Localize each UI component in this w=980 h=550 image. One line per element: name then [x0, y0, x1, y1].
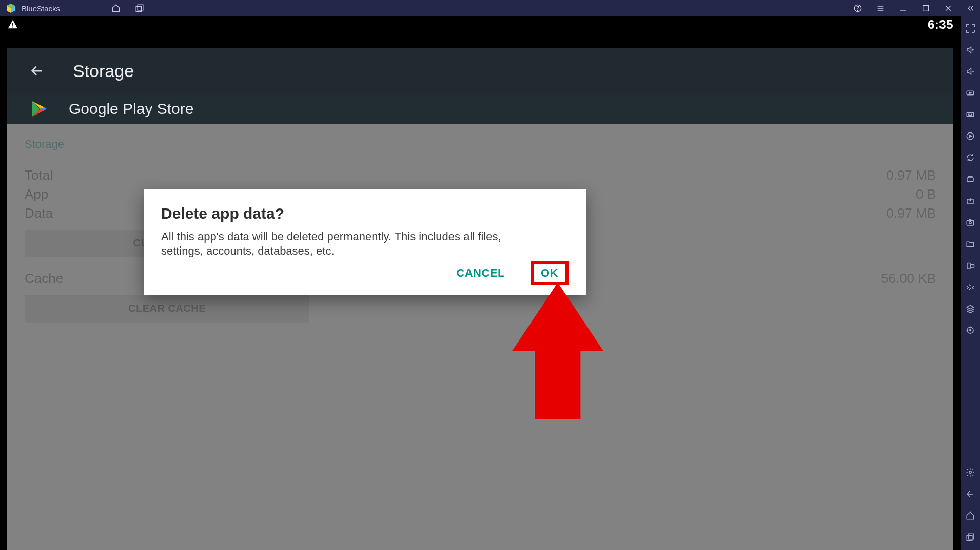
svg-rect-21	[967, 535, 972, 541]
macro-icon[interactable]	[965, 174, 976, 185]
app-window: BlueStacks 6:35	[0, 0, 980, 550]
svg-rect-6	[12, 27, 13, 28]
side-toolbar	[961, 16, 980, 550]
collapse-sidebar-icon[interactable]	[967, 4, 975, 12]
multi-instance-icon[interactable]	[135, 4, 144, 13]
shake-icon[interactable]	[965, 281, 976, 293]
bluestacks-logo-icon	[5, 3, 16, 14]
android-statusbar: 6:35	[7, 16, 953, 33]
svg-marker-7	[512, 282, 603, 419]
keyboard-icon[interactable]	[965, 109, 976, 120]
svg-rect-4	[923, 6, 929, 11]
svg-rect-20	[968, 534, 974, 539]
app-name: Google Play Store	[69, 100, 193, 118]
modal-scrim	[7, 124, 953, 550]
android-home-icon[interactable]	[965, 510, 976, 521]
layers-icon[interactable]	[965, 303, 976, 314]
fullscreen-icon[interactable]	[965, 23, 976, 34]
svg-rect-11	[967, 178, 973, 182]
annotation-arrow-icon	[512, 282, 603, 419]
screenshot-icon[interactable]	[965, 217, 976, 228]
android-viewport: 6:35 Storage Google Play Store	[0, 16, 961, 550]
media-folder-icon[interactable]	[965, 238, 976, 250]
svg-point-19	[969, 471, 972, 474]
help-icon[interactable]	[854, 4, 862, 12]
svg-point-14	[969, 222, 972, 224]
ok-button-annotation-box: OK	[531, 261, 569, 285]
svg-rect-16	[970, 265, 974, 268]
android-recents-icon[interactable]	[965, 532, 976, 543]
app-identity-row: Google Play Store	[7, 93, 953, 124]
volume-up-icon[interactable]	[965, 44, 976, 55]
warning-icon	[7, 19, 18, 30]
dialog-body: All this app's data will be deleted perm…	[161, 230, 541, 258]
settings-header: Storage	[7, 48, 953, 93]
keymapping-icon[interactable]	[965, 87, 976, 99]
titlebar: BlueStacks	[0, 0, 980, 16]
home-icon[interactable]	[111, 4, 121, 13]
svg-rect-1	[136, 6, 142, 12]
titlebar-product-name: BlueStacks	[22, 4, 60, 13]
page-title: Storage	[73, 61, 134, 81]
android-back-icon[interactable]	[965, 488, 976, 500]
svg-rect-0	[138, 5, 143, 10]
menu-icon[interactable]	[876, 4, 885, 12]
record-icon[interactable]	[965, 130, 976, 142]
volume-down-icon[interactable]	[965, 66, 976, 77]
back-icon[interactable]	[30, 64, 44, 78]
play-store-icon	[30, 100, 48, 118]
ok-button[interactable]: OK	[541, 267, 558, 279]
svg-rect-13	[967, 220, 974, 225]
cancel-button[interactable]: CANCEL	[451, 263, 510, 283]
install-apk-icon[interactable]	[965, 195, 976, 206]
statusbar-clock: 6:35	[928, 17, 953, 32]
svg-point-18	[970, 330, 971, 331]
gear-icon[interactable]	[965, 467, 976, 478]
svg-rect-15	[967, 263, 970, 269]
rotate-icon[interactable]	[965, 260, 976, 271]
svg-point-3	[857, 10, 858, 10]
svg-rect-5	[12, 23, 13, 26]
close-icon[interactable]	[944, 4, 952, 12]
minimize-icon[interactable]	[899, 4, 907, 12]
dialog-title: Delete app data?	[161, 205, 569, 222]
sync-icon[interactable]	[965, 152, 976, 163]
delete-data-dialog: Delete app data? All this app's data wil…	[144, 189, 586, 295]
location-icon[interactable]	[965, 325, 976, 336]
maximize-icon[interactable]	[922, 4, 930, 12]
storage-content: Storage Total 0.97 MB App 0 B Data 0.97 …	[7, 124, 953, 550]
